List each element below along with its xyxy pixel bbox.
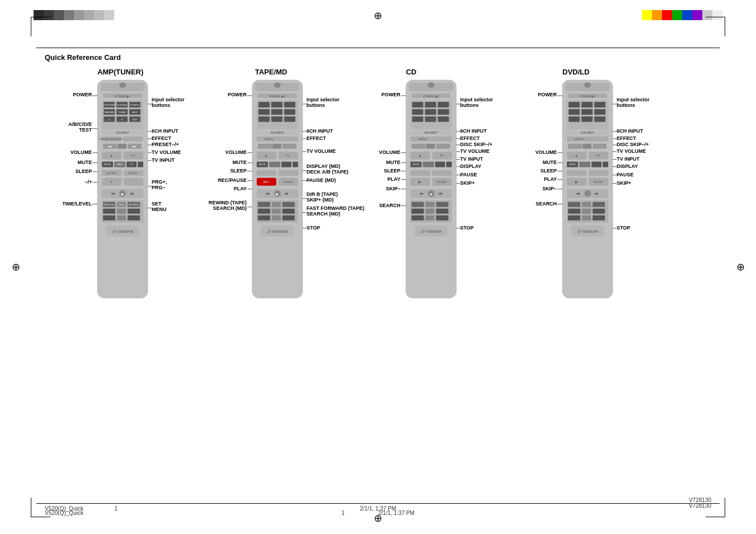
svg-point-292 bbox=[584, 82, 591, 88]
svg-rect-158 bbox=[283, 209, 295, 214]
svg-rect-336 bbox=[582, 209, 591, 214]
svg-rect-215 bbox=[438, 116, 449, 122]
svg-rect-303 bbox=[581, 116, 593, 122]
svg-text:6CH INPUT: 6CH INPUT bbox=[460, 128, 487, 134]
svg-rect-334 bbox=[593, 202, 605, 207]
svg-text:TV: TV bbox=[130, 163, 133, 166]
svg-text:PAUSE: PAUSE bbox=[437, 180, 447, 184]
svg-text:POWER  ⏻/I: POWER ⏻/I bbox=[423, 95, 439, 98]
svg-text:PRG: PRG bbox=[119, 204, 124, 206]
svg-text:EFFECT: EFFECT bbox=[460, 135, 480, 141]
svg-rect-340 bbox=[593, 216, 605, 221]
svg-text:PRG–: PRG– bbox=[152, 185, 165, 190]
svg-text:6CH INPUT: 6CH INPUT bbox=[425, 132, 438, 134]
footer-doc-num: V728130 bbox=[689, 503, 711, 509]
svg-rect-124 bbox=[284, 116, 295, 122]
svg-rect-251 bbox=[425, 216, 434, 221]
svg-rect-153 bbox=[258, 202, 270, 207]
top-bar-left bbox=[34, 10, 114, 20]
svg-text:SKIP+: SKIP+ bbox=[460, 180, 475, 186]
svg-text:TIME/LEVEL: TIME/LEVEL bbox=[62, 201, 92, 207]
svg-text:⓪ YAMAHA: ⓪ YAMAHA bbox=[267, 229, 288, 233]
svg-point-329 bbox=[584, 190, 591, 197]
reg-mark-right: ⊕ bbox=[735, 261, 746, 273]
svg-text:⓪ YAMAHA: ⓪ YAMAHA bbox=[577, 229, 598, 233]
svg-text:MUTE: MUTE bbox=[104, 163, 111, 166]
svg-rect-252 bbox=[436, 216, 448, 221]
svg-rect-210 bbox=[412, 109, 423, 115]
svg-rect-140 bbox=[293, 162, 298, 167]
svg-rect-141 bbox=[257, 170, 276, 176]
svg-text:SET: SET bbox=[152, 201, 162, 207]
svg-text:TV: TV bbox=[131, 154, 135, 157]
svg-rect-73 bbox=[128, 216, 140, 221]
reg-mark-left: ⊕ bbox=[10, 261, 21, 273]
svg-text:SLEEP: SLEEP bbox=[541, 168, 557, 174]
svg-text:▶: ▶ bbox=[575, 180, 578, 184]
svg-text:MENU: MENU bbox=[152, 207, 166, 212]
svg-text:TV VOLUME: TV VOLUME bbox=[460, 148, 489, 154]
svg-text:⏭: ⏭ bbox=[130, 191, 134, 195]
svg-rect-123 bbox=[271, 116, 283, 122]
svg-text:⏮: ⏮ bbox=[111, 191, 115, 195]
svg-text:TAPE/MD: TAPE/MD bbox=[255, 68, 287, 76]
svg-rect-245 bbox=[425, 202, 434, 207]
svg-text:CD/TUNER: CD/TUNER bbox=[104, 104, 115, 106]
svg-text:DISC SKIP–/+: DISC SKIP–/+ bbox=[460, 142, 492, 147]
svg-rect-296 bbox=[569, 102, 580, 107]
svg-text:⓪ YAMAHA: ⓪ YAMAHA bbox=[420, 229, 442, 233]
svg-text:SLEEP: SLEEP bbox=[384, 168, 400, 174]
svg-text:PLAY: PLAY bbox=[387, 176, 400, 182]
svg-text:EFFECT: EFFECT bbox=[265, 138, 274, 140]
svg-rect-233 bbox=[432, 170, 452, 176]
svg-text:PAUSE: PAUSE bbox=[460, 172, 477, 177]
svg-rect-229 bbox=[422, 162, 434, 167]
svg-rect-154 bbox=[272, 202, 281, 207]
top-separator bbox=[36, 48, 720, 48]
svg-text:REC/PAUSE: REC/PAUSE bbox=[218, 177, 247, 183]
svg-text:STOP: STOP bbox=[617, 225, 630, 231]
svg-rect-322 bbox=[589, 170, 608, 176]
svg-rect-159 bbox=[258, 216, 270, 221]
page-title: Quick Reference Card bbox=[45, 53, 121, 62]
svg-text:Input selector: Input selector bbox=[307, 97, 340, 102]
svg-rect-161 bbox=[283, 216, 295, 221]
svg-text:buttons: buttons bbox=[152, 102, 170, 108]
svg-text:SEARCH (MD): SEARCH (MD) bbox=[307, 211, 340, 217]
svg-text:SEARCH: SEARCH bbox=[379, 203, 401, 208]
svg-text:POWER  ⏻/I: POWER ⏻/I bbox=[580, 95, 595, 98]
svg-text:▲: ▲ bbox=[265, 154, 268, 157]
svg-text:BASS: BASS bbox=[117, 163, 123, 166]
svg-point-6 bbox=[119, 82, 126, 88]
svg-text:MUTE: MUTE bbox=[543, 160, 557, 165]
top-bar-right bbox=[642, 10, 722, 20]
svg-rect-120 bbox=[271, 109, 283, 115]
svg-text:POWER: POWER bbox=[73, 92, 92, 97]
svg-text:FAST FORWARD (TAPE): FAST FORWARD (TAPE) bbox=[307, 205, 364, 211]
svg-text:SET MENU: SET MENU bbox=[129, 204, 139, 206]
svg-rect-339 bbox=[582, 216, 591, 221]
svg-text:6CH: 6CH bbox=[133, 118, 137, 121]
svg-text:⏭: ⏭ bbox=[439, 191, 443, 195]
svg-rect-230 bbox=[435, 162, 445, 167]
svg-text:MUTE: MUTE bbox=[413, 163, 420, 166]
svg-rect-139 bbox=[281, 162, 292, 167]
svg-text:6CH INPUT: 6CH INPUT bbox=[581, 132, 594, 134]
corner-bl-h bbox=[31, 517, 50, 517]
svg-rect-301 bbox=[594, 109, 605, 115]
svg-rect-307 bbox=[567, 137, 608, 142]
svg-text:6CH INPUT: 6CH INPUT bbox=[152, 128, 179, 134]
svg-rect-244 bbox=[411, 202, 424, 207]
svg-text:EFFECT: EFFECT bbox=[419, 138, 428, 140]
svg-text:DISC SKIP–/+: DISC SKIP–/+ bbox=[617, 142, 649, 147]
svg-text:DIR B (TAPE): DIR B (TAPE) bbox=[307, 191, 338, 197]
svg-text:TV: TV bbox=[596, 154, 600, 157]
svg-text:⏮: ⏮ bbox=[420, 191, 424, 195]
svg-text:■: ■ bbox=[430, 193, 433, 196]
svg-rect-157 bbox=[272, 209, 281, 214]
svg-text:▶: ▶ bbox=[121, 193, 124, 196]
svg-text:TV VOLUME: TV VOLUME bbox=[617, 148, 646, 154]
svg-rect-337 bbox=[593, 209, 605, 214]
svg-text:TV: TV bbox=[440, 154, 444, 157]
corner-tr-h bbox=[706, 17, 725, 17]
